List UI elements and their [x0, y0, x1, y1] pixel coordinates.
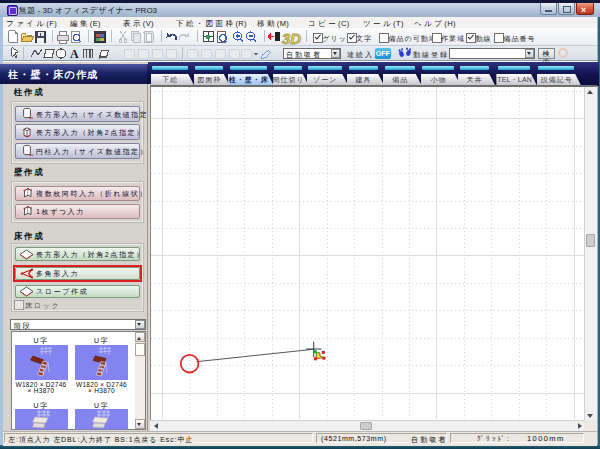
svg-text:3D: 3D [282, 30, 301, 47]
svg-text:A: A [70, 47, 79, 61]
